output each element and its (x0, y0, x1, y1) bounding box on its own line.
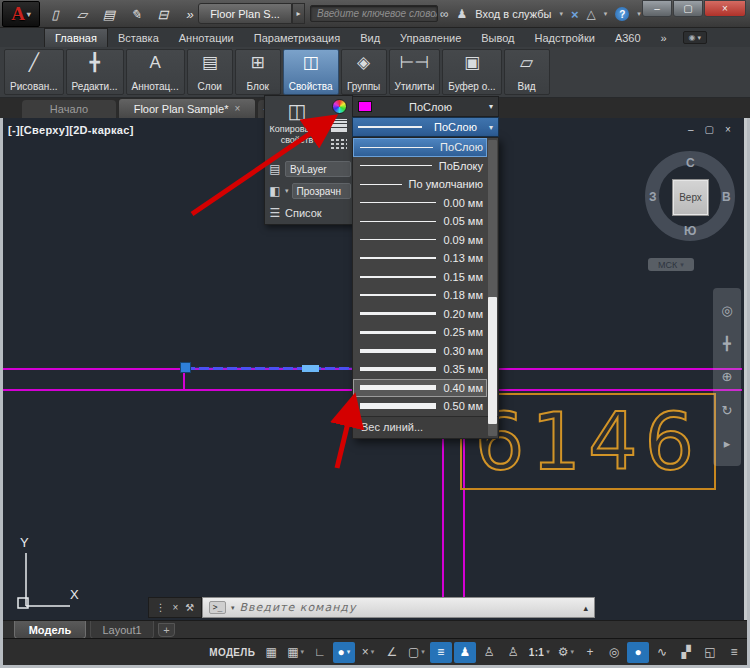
annotation-scale-icon[interactable]: ♙ (502, 642, 524, 663)
more-tools-icon[interactable]: » (181, 5, 199, 23)
object-snap-icon[interactable]: ▢ ▾ (405, 642, 428, 663)
lineweight-option[interactable]: 0.40 мм (353, 379, 487, 398)
polar-tracking-icon[interactable]: ∠ (381, 642, 403, 663)
panel-annotation[interactable]: A Аннотац... (126, 49, 185, 95)
linetype-icon[interactable] (331, 137, 347, 149)
minimize-button[interactable]: – (642, 0, 672, 17)
dropdown-scrollbar[interactable] (488, 140, 497, 436)
restore-drawing-icon[interactable]: ▢ (705, 124, 714, 135)
infer-constraints-icon[interactable]: ∟ (309, 642, 331, 663)
customization-icon[interactable]: ≡ (723, 642, 745, 663)
application-menu-button[interactable]: A ▾ (2, 1, 40, 27)
lineweight-option[interactable]: 0.09 мм (353, 231, 487, 250)
command-prompt-icon[interactable]: >_ (209, 601, 226, 614)
chevron-down-icon[interactable]: ▾ (231, 604, 235, 612)
command-line-grip[interactable]: ⋮ × ⚒ (148, 597, 202, 618)
lineweight-option[interactable]: 0.25 мм (353, 323, 487, 342)
zoom-icon[interactable]: ⊕ (722, 369, 733, 384)
object-color-control[interactable]: ПоСлою ▾ (352, 96, 499, 117)
lineweight-option[interactable]: 0.13 мм (353, 249, 487, 268)
a360-icon[interactable]: △ (587, 7, 596, 21)
close-icon[interactable]: × (173, 602, 179, 613)
panel-clipboard[interactable]: ▣ Буфер о... (442, 49, 501, 95)
viewcube-top-face[interactable]: Верх (672, 179, 709, 216)
panel-layers[interactable]: ▤ Слои (187, 49, 233, 95)
help-icon[interactable]: ? (615, 7, 629, 21)
chevron-down-icon[interactable]: ▾ (559, 10, 563, 18)
tab-parametric[interactable]: Параметризация (244, 28, 350, 47)
save-icon[interactable]: ▤ (100, 5, 118, 23)
lineweight-option[interactable]: 0.50 мм (353, 397, 487, 416)
viewcube-north[interactable]: С (686, 156, 695, 170)
tab-output[interactable]: Вывод (471, 28, 524, 47)
match-properties-button[interactable]: ◫ Копирование свойств (267, 98, 327, 156)
tab-addins[interactable]: Надстройки (525, 28, 605, 47)
user-icon[interactable]: ♟ (457, 7, 468, 21)
panel-draw[interactable]: ╱ Рисован... (4, 49, 64, 95)
command-input[interactable]: >_ ▾ Введите команду ▴ (202, 597, 595, 618)
chevron-up-icon[interactable]: ▾ (489, 123, 493, 132)
lineweight-icon[interactable] (331, 119, 347, 132)
tab-view[interactable]: Вид (350, 28, 390, 47)
lineweight-option[interactable]: 0.05 мм (353, 212, 487, 231)
annotation-autoscale-icon[interactable]: ♙ (478, 642, 500, 663)
tab-model[interactable]: Модель (14, 621, 86, 639)
panel-view[interactable]: ▱ Вид (504, 49, 550, 95)
title-expand-button[interactable]: ▸ (292, 3, 305, 24)
list-button[interactable]: Список (285, 207, 322, 219)
annotation-visibility-icon[interactable]: ♟ (454, 642, 476, 663)
search-binoculars-icon[interactable]: ∞ (440, 7, 449, 21)
pan-icon[interactable]: ╋ (723, 336, 731, 351)
current-scale[interactable]: 1:1 ▾ (526, 642, 553, 663)
scrollbar-thumb[interactable] (488, 297, 497, 424)
wall-line[interactable] (442, 437, 444, 618)
snap-mode-icon[interactable]: ▦ ▾ (284, 642, 307, 663)
show-motion-icon[interactable]: ▸ (724, 436, 731, 451)
midpoint-grip-hover[interactable] (302, 365, 319, 372)
tab-manage[interactable]: Управление (390, 28, 471, 47)
lineweight-control[interactable]: ПоСлою ▾ (352, 117, 499, 137)
lineweight-option[interactable]: 0.30 мм (353, 342, 487, 361)
lineweight-option[interactable]: 0.35 мм (353, 360, 487, 379)
tab-layout1[interactable]: Layout1 (90, 621, 154, 639)
chevron-down-icon[interactable]: ▾ (604, 10, 608, 18)
viewcube-ucs-menu[interactable]: МСК▾ (648, 258, 694, 271)
annotation-monitor-icon[interactable]: + (579, 642, 601, 663)
ortho-mode-icon[interactable]: × ▾ (357, 642, 379, 663)
sign-in-button[interactable]: Вход в службы (475, 8, 551, 20)
viewcube-south[interactable]: Ю (684, 224, 696, 238)
file-tab-current[interactable]: Floor Plan Sample* × (118, 98, 256, 118)
hardware-acceleration-icon[interactable]: ● (627, 642, 649, 663)
customize-wrench-icon[interactable]: ⚒ (185, 602, 194, 613)
panel-utilities[interactable]: ⊢⊣ Утилиты (389, 49, 441, 95)
lineweight-settings-item[interactable]: Вес линий... (353, 416, 498, 438)
chevron-down-icon[interactable]: ▾ (285, 187, 289, 195)
dynamic-input-icon[interactable]: ● ▾ (333, 642, 355, 663)
file-tab-start[interactable]: Начало (22, 100, 116, 118)
close-drawing-icon[interactable]: × (725, 124, 731, 135)
viewport-controls[interactable]: [-][Сверху][2D-каркас] (8, 124, 134, 136)
new-file-icon[interactable]: ▯ (46, 5, 64, 23)
minimize-drawing-icon[interactable]: – (688, 124, 694, 135)
chevron-down-icon[interactable]: ▾ (489, 102, 493, 111)
display-settings-icon[interactable]: ◱ (699, 642, 721, 663)
linetype-select[interactable]: ByLayer (285, 161, 351, 177)
autodesk-exchange-icon[interactable]: × (571, 7, 579, 22)
close-button[interactable]: × (704, 0, 746, 17)
selected-line[interactable] (185, 367, 352, 370)
lineweight-option[interactable]: ПоБлоку (353, 157, 487, 176)
restore-button[interactable]: ▢ (673, 0, 703, 17)
plot-icon[interactable]: ⊟ (154, 5, 172, 23)
workspace-switching-icon[interactable]: ⚙ ▾ (555, 642, 577, 663)
grid-display-icon[interactable]: ▦ (260, 642, 282, 663)
save-as-icon[interactable]: ✎ (127, 5, 145, 23)
lineweight-option[interactable]: По умолчанию (353, 175, 487, 194)
tab-insert[interactable]: Вставка (108, 28, 169, 47)
lineweight-option[interactable]: 0.18 мм (353, 286, 487, 305)
viewport-camera-button[interactable]: ◉▾ (683, 31, 707, 44)
lineweight-display-icon[interactable]: ≡ (430, 642, 452, 663)
lineweight-option[interactable]: 0.15 мм (353, 268, 487, 287)
tab-annotate[interactable]: Аннотации (169, 28, 244, 47)
lineweight-option[interactable]: ПоСлою (353, 138, 487, 157)
clean-screen-icon[interactable]: ▞ (675, 642, 697, 663)
